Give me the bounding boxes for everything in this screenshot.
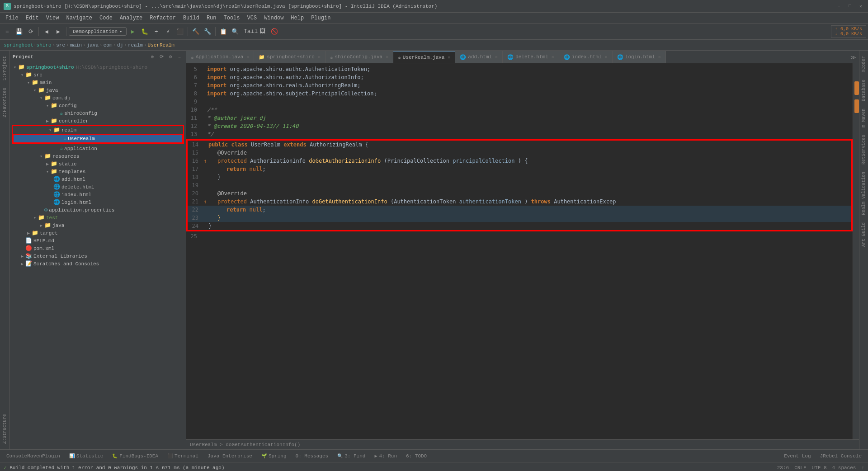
toolbar-viewer-btn[interactable]: 🖼 (257, 26, 268, 37)
tree-arrow-extlibs[interactable]: ▶ (19, 254, 25, 259)
right-tab-artbuild[interactable]: Art Build (860, 219, 868, 250)
tree-item-shiroconfig[interactable]: ▶ ☕ shiroConfig (10, 109, 186, 117)
tree-arrow-scratches[interactable]: ▶ (19, 261, 25, 267)
menu-item-analyze[interactable]: Analyze (116, 14, 146, 22)
bottom-tab-findbugs[interactable]: 🐛 FindBugs-IDEA (108, 452, 163, 460)
toolbar-search-btn[interactable]: 🔍 (230, 26, 241, 37)
breadcrumb-part3[interactable]: main (70, 42, 82, 48)
bottom-tab-run[interactable]: ▶ 4: Run (370, 452, 401, 460)
tab-close-springboot[interactable]: ✕ (318, 54, 321, 60)
menu-item-tools[interactable]: Tools (220, 14, 244, 22)
menu-item-edit[interactable]: Edit (22, 14, 42, 22)
scroll-bar[interactable] (853, 63, 859, 439)
toolbar-save-btn[interactable]: 💾 (14, 26, 24, 37)
tab-indexhtml[interactable]: 🌐 index.html ✕ (559, 51, 613, 63)
tab-close-indexhtml[interactable]: ✕ (605, 54, 608, 60)
tree-item-java[interactable]: ▾ 📁 java (10, 86, 186, 94)
toolbar-stop-btn[interactable]: ⬛ (175, 26, 185, 37)
tab-springboot[interactable]: 📁 springboot+shiro ✕ (254, 51, 326, 63)
bottom-tab-spring[interactable]: 🌱 Spring (257, 452, 291, 460)
bottom-tab-eventlog[interactable]: Event Log (779, 452, 815, 460)
panel-icon-settings[interactable]: ⚙ (167, 53, 174, 61)
menu-item-plugin[interactable]: Plugin (307, 14, 334, 22)
toolbar-back-btn[interactable]: ◀ (41, 26, 52, 37)
panel-icon-sync[interactable]: ⟳ (158, 53, 165, 61)
menu-item-build[interactable]: Build (179, 14, 203, 22)
tree-item-application[interactable]: ▶ ☕ Application (10, 145, 186, 152)
menu-item-code[interactable]: Code (96, 14, 116, 22)
tree-item-userrealm[interactable]: ▶ ☕ UserRealm (13, 134, 183, 143)
toolbar-settings-btn[interactable]: 🔧 (202, 26, 213, 37)
status-line-ending[interactable]: CRLF (794, 465, 806, 471)
window-controls[interactable]: – □ ✕ (835, 3, 864, 10)
tree-arrow-comdj[interactable]: ▾ (38, 95, 44, 101)
tree-item-scratches[interactable]: ▶ 📝 Scratches and Consoles (10, 260, 186, 268)
bottom-tab-javaenterprise[interactable]: Java Enterprise (203, 452, 257, 460)
toolbar-sync-btn[interactable]: ⟳ (25, 26, 36, 37)
toolbar-coverage-btn[interactable]: ☂ (151, 26, 162, 37)
tab-close-addhtml[interactable]: ✕ (495, 54, 498, 60)
left-vtab-structure[interactable]: Z:Structure (1, 410, 8, 447)
breadcrumb-part4[interactable]: java (87, 42, 99, 48)
tree-item-realm[interactable]: ▾ 📁 realm (13, 126, 183, 134)
toolbar-build-btn[interactable]: 🔨 (190, 26, 201, 37)
tree-item-indexhtml[interactable]: 🌐 index.html (10, 191, 186, 198)
bottom-tab-todo[interactable]: 6: TODO (401, 452, 431, 460)
tabs-overflow-btn[interactable]: ≫ (848, 52, 859, 63)
toolbar-block-btn[interactable]: 🚫 (269, 26, 280, 37)
tab-application[interactable]: ☕ Application.java ✕ (186, 51, 254, 63)
menu-item-run[interactable]: Run (203, 14, 220, 22)
tree-arrow-main[interactable]: ▾ (25, 80, 32, 85)
toolbar-run-btn[interactable]: ▶ (127, 26, 138, 37)
tab-deletehtml[interactable]: 🌐 delete.html ✕ (503, 51, 559, 63)
right-tab-maven[interactable]: m Maven (860, 105, 868, 131)
menu-item-file[interactable]: File (2, 14, 22, 22)
menu-item-refactor[interactable]: Refactor (146, 14, 179, 22)
tree-item-src[interactable]: ▾ 📁 src (10, 71, 186, 79)
tree-arrow-config[interactable]: ▾ (44, 103, 51, 108)
tree-item-test[interactable]: ▾ 📁 test (10, 214, 186, 221)
status-position[interactable]: 23:6 (777, 465, 789, 471)
tree-arrow-src[interactable]: ▾ (19, 72, 25, 78)
breadcrumb-part2[interactable]: src (56, 42, 65, 48)
minimize-button[interactable]: – (835, 3, 843, 10)
tree-arrow-templates[interactable]: ▾ (44, 169, 51, 174)
bottom-tab-jrebelconsole[interactable]: JRebel Console (816, 452, 866, 460)
tree-item-testjava[interactable]: ▶ 📁 java (10, 221, 186, 229)
status-indent[interactable]: 4 spaces (832, 465, 856, 471)
bottom-tab-consolemaven[interactable]: ConsoleMavenPlugin (2, 452, 65, 460)
toolbar-debug-btn[interactable]: 🐛 (139, 26, 150, 37)
tree-item-main[interactable]: ▾ 📁 main (10, 79, 186, 86)
tab-close-deletehtml[interactable]: ✕ (552, 54, 554, 60)
bottom-tab-find[interactable]: 🔍 3: Find (333, 452, 370, 460)
toolbar-tail-btn[interactable]: Tail (245, 26, 256, 37)
tree-item-pomxml[interactable]: 🔴 pom.xml (10, 245, 186, 252)
tab-loginhtml[interactable]: 🌐 login.html ✕ (613, 51, 666, 63)
right-tab-retservices[interactable]: RetServices (860, 131, 868, 168)
breadcrumb-part7[interactable]: realm (128, 42, 143, 48)
bottom-tab-statistic[interactable]: 📊 Statistic (65, 452, 108, 460)
toolbar-profile-btn[interactable]: ⚡ (163, 26, 174, 37)
left-vtab-project[interactable]: 1:Project (1, 52, 8, 84)
tree-item-root[interactable]: ▾ 📁 springboot+shiro H:\CSDN\springboot+… (10, 63, 186, 71)
tree-arrow-realm[interactable]: ▾ (47, 127, 53, 133)
tree-item-extlibs[interactable]: ▶ 📚 External Libraries (10, 252, 186, 260)
menu-item-navigate[interactable]: Navigate (62, 14, 96, 22)
tab-addhtml[interactable]: 🌐 add.html ✕ (455, 51, 503, 63)
tree-arrow-testjava[interactable]: ▶ (38, 223, 44, 228)
code-editor[interactable]: 5 import org.apache.shiro.authc.Authenti… (186, 63, 853, 439)
left-vtab-favorites[interactable]: 2:Favorites (1, 84, 8, 121)
tree-arrow-test[interactable]: ▾ (32, 215, 38, 221)
tree-arrow-resources[interactable]: ▾ (38, 154, 44, 159)
tree-item-resources[interactable]: ▾ 📁 resources (10, 152, 186, 160)
tree-item-static[interactable]: ▶ 📁 static (10, 160, 186, 168)
tree-item-templates[interactable]: ▾ 📁 templates (10, 168, 186, 175)
panel-icon-collapse[interactable]: – (176, 53, 183, 61)
breadcrumb-part5[interactable]: com (104, 42, 113, 48)
right-tab-realmvalidation[interactable]: Realm Validation (860, 168, 868, 219)
tab-shiroconfig[interactable]: ☕ shiroConfig.java ✕ (326, 51, 393, 63)
panel-icon-add[interactable]: ⊕ (149, 53, 156, 61)
tree-arrow-target[interactable]: ▶ (25, 231, 32, 236)
bottom-tab-terminal[interactable]: ⬛ Terminal (163, 452, 203, 460)
tree-arrow-java[interactable]: ▾ (32, 88, 38, 93)
